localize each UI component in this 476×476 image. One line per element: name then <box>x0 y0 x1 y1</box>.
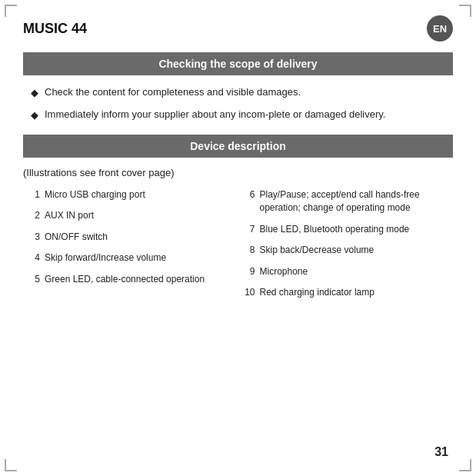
device-num-right-1: 6 <box>238 188 255 201</box>
illustrations-note: (Illustrations see front cover page) <box>23 167 453 178</box>
device-label-left-2: AUX IN port <box>45 209 94 222</box>
device-num-right-3: 8 <box>238 244 255 257</box>
bullet-text-1: Check the content for completeness and v… <box>45 85 301 100</box>
device-row-right-3: 8Skip back/Decrease volume <box>238 241 454 259</box>
diamond-icon-2: ◆ <box>31 108 38 123</box>
bullet-list: ◆ Check the content for completeness and… <box>23 85 453 122</box>
device-num-left-5: 5 <box>23 273 40 286</box>
bullet-item-1: ◆ Check the content for completeness and… <box>31 85 453 101</box>
bullet-item-2: ◆ Immediately inform your supplier about… <box>31 107 453 123</box>
section1-heading: Checking the scope of delivery <box>23 52 453 75</box>
device-num-left-2: 2 <box>23 209 40 222</box>
device-col-right: 6Play/Pause; accept/end call hands-free … <box>238 186 454 301</box>
language-badge: EN <box>427 15 453 42</box>
corner-bl <box>5 459 17 471</box>
device-row-left-1: 1Micro USB charging port <box>23 186 238 204</box>
device-label-left-3: ON/OFF switch <box>45 231 108 244</box>
device-row-right-1: 6Play/Pause; accept/end call hands-free … <box>238 186 454 218</box>
page-title: MUSIC 44 <box>23 21 87 37</box>
header-row: MUSIC 44 EN <box>23 15 453 42</box>
section2-heading: Device description <box>23 135 453 158</box>
device-row-right-2: 7Blue LED, Bluetooth operating mode <box>238 221 454 238</box>
device-label-left-1: Micro USB charging port <box>45 188 145 201</box>
device-num-left-1: 1 <box>23 188 40 201</box>
device-row-right-5: 10Red charging indicator lamp <box>238 284 454 301</box>
bullet-text-2: Immediately inform your supplier about a… <box>45 107 385 122</box>
device-label-right-3: Skip back/Decrease volume <box>260 244 374 257</box>
device-label-right-4: Microphone <box>260 265 308 278</box>
device-label-right-2: Blue LED, Bluetooth operating mode <box>260 223 410 236</box>
corner-tl <box>5 5 17 17</box>
device-num-right-4: 9 <box>238 265 255 278</box>
corner-br <box>459 459 471 471</box>
device-table: 1Micro USB charging port2AUX IN port3ON/… <box>23 186 453 301</box>
device-row-left-2: 2AUX IN port <box>23 207 238 225</box>
device-col-left: 1Micro USB charging port2AUX IN port3ON/… <box>23 186 238 301</box>
device-num-right-5: 10 <box>238 286 255 299</box>
device-row-left-5: 5Green LED, cable-connected operation <box>23 271 238 288</box>
diamond-icon-1: ◆ <box>31 85 38 101</box>
device-label-left-4: Skip forward/Increase volume <box>45 251 166 265</box>
device-label-right-5: Red charging indicator lamp <box>260 286 374 299</box>
corner-tr <box>459 5 471 17</box>
device-row-left-3: 3ON/OFF switch <box>23 228 238 246</box>
device-label-right-1: Play/Pause; accept/end call hands-free o… <box>260 188 454 215</box>
device-row-left-4: 4Skip forward/Increase volume <box>23 249 238 267</box>
device-num-left-4: 4 <box>23 251 40 265</box>
device-row-right-4: 9Microphone <box>238 263 454 281</box>
device-label-left-5: Green LED, cable-connected operation <box>45 273 205 286</box>
device-num-right-2: 7 <box>238 223 255 236</box>
page-container: MUSIC 44 EN Checking the scope of delive… <box>0 0 476 476</box>
page-number: 31 <box>434 445 448 459</box>
device-num-left-3: 3 <box>23 231 40 244</box>
